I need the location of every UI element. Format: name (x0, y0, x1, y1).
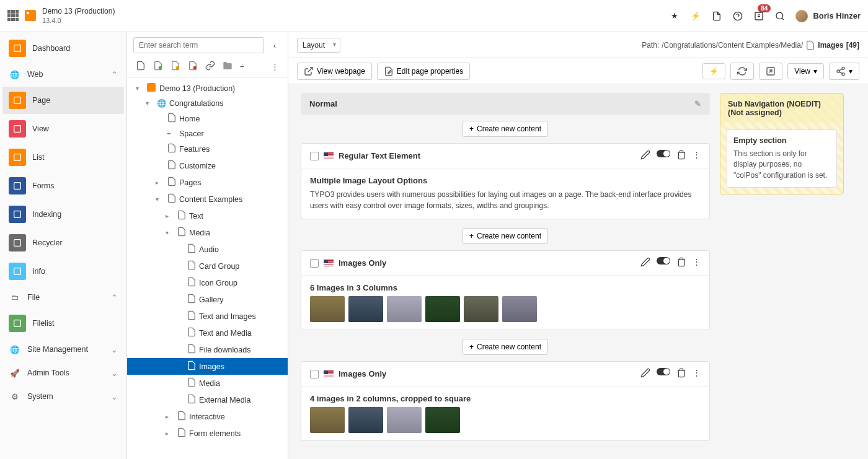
open-new-button[interactable] (759, 63, 782, 80)
section-icon: 🌐 (9, 343, 21, 356)
notifications-icon[interactable]: 84 (753, 11, 764, 22)
module-item-page[interactable]: Page (2, 87, 124, 114)
cache-flash-button[interactable]: ⚡ (702, 63, 725, 79)
tree-node-card-group[interactable]: Card Group (127, 258, 288, 274)
empty-section-card: Empty section This section is only for d… (727, 129, 837, 188)
tree-node-home[interactable]: Home (127, 110, 288, 127)
tree-node-spacer[interactable]: ÷Spacer (127, 127, 288, 141)
module-item-forms[interactable]: Forms (2, 172, 124, 199)
thumb[interactable] (387, 296, 422, 322)
flash-icon[interactable]: ⚡ (690, 11, 701, 22)
edit-icon[interactable] (640, 150, 650, 162)
tree-collapse-icon[interactable]: ‹ (268, 38, 281, 52)
tree-more-icon[interactable]: ⋮ (271, 62, 279, 71)
share-button[interactable]: ▾ (829, 63, 859, 80)
edit-page-properties-button[interactable]: Edit page properties (377, 63, 470, 80)
delete-icon[interactable] (676, 150, 686, 162)
module-item-web[interactable]: 🌐Web⌃ (2, 63, 124, 85)
tree-node-icon-group[interactable]: Icon Group (127, 274, 288, 291)
tree-node-customize[interactable]: Customize (127, 157, 288, 174)
help-icon[interactable] (732, 11, 743, 22)
thumb[interactable] (310, 407, 345, 433)
module-item-admin-tools[interactable]: 🚀Admin Tools⌄ (2, 362, 124, 384)
folder-icon[interactable] (223, 61, 232, 72)
search-icon[interactable] (774, 11, 786, 22)
divider-icon[interactable]: ÷ (240, 62, 244, 71)
tree-node-label: Icon Group (199, 279, 237, 287)
create-content-button[interactable]: + Create new content (463, 339, 548, 355)
module-item-info[interactable]: Info (2, 258, 124, 285)
tree-node-content-examples[interactable]: ▾Content Examples (127, 191, 288, 208)
edit-icon[interactable] (640, 257, 650, 269)
toggle-switch[interactable] (657, 150, 670, 162)
tree-node-media[interactable]: ▾Media (127, 224, 288, 241)
flag-us-icon (324, 370, 334, 377)
ctype-icon (310, 259, 319, 268)
toggle-switch[interactable] (657, 257, 670, 269)
thumb[interactable] (502, 296, 537, 322)
more-icon[interactable]: ⋮ (693, 150, 701, 162)
content-area: Layout Path: /Congratulations/Content Ex… (288, 32, 868, 459)
thumb[interactable] (464, 296, 498, 322)
thumb[interactable] (348, 407, 383, 433)
tree-node-external-media[interactable]: External Media (127, 391, 288, 408)
module-item-recycler[interactable]: Recycler (2, 229, 124, 256)
thumb[interactable] (387, 407, 422, 433)
module-item-list[interactable]: List (2, 144, 124, 171)
tree-node-text-and-images[interactable]: Text and Images (127, 308, 288, 325)
element-title: Images Only (339, 369, 386, 378)
svg-point-5 (776, 12, 783, 19)
bookmark-icon[interactable]: ★ (669, 11, 680, 22)
tree-node-interactive[interactable]: ▸Interactive (127, 408, 288, 425)
module-item-file[interactable]: 🗀File⌃ (2, 286, 124, 308)
delete-icon[interactable] (676, 257, 686, 269)
layout-select[interactable]: Layout (297, 38, 340, 53)
tree-node-text[interactable]: ▸Text (127, 208, 288, 224)
tree-node-congratulations[interactable]: ▾🌐Congratulations (127, 96, 288, 110)
view-webpage-button[interactable]: View webpage (297, 63, 372, 80)
tree-node-demo-13-production-[interactable]: ▾Demo 13 (Production) (127, 81, 288, 96)
tree-node-audio[interactable]: Audio (127, 241, 288, 258)
tree-node-pages[interactable]: ▸Pages (127, 174, 288, 191)
delete-icon[interactable] (676, 368, 686, 380)
tree-node-icon (187, 277, 195, 289)
svg-rect-14 (14, 268, 21, 275)
create-content-button[interactable]: + Create new content (463, 121, 548, 137)
element-title: Images Only (339, 258, 386, 268)
app-switcher-icon[interactable] (7, 10, 19, 21)
tree-search-input[interactable] (133, 37, 264, 53)
tree-node-images[interactable]: Images (127, 358, 288, 375)
tree-node-icon (167, 193, 175, 205)
document-icon[interactable] (711, 11, 722, 22)
view-dropdown-button[interactable]: View ▾ (787, 63, 824, 79)
thumb[interactable] (310, 296, 345, 322)
tree-node-text-and-media[interactable]: Text and Media (127, 325, 288, 341)
tree-node-media[interactable]: Media (127, 375, 288, 391)
new-page-del-icon[interactable] (188, 61, 198, 72)
module-item-filelist[interactable]: Filelist (2, 310, 124, 337)
tree-node-features[interactable]: Features (127, 141, 288, 157)
module-item-system[interactable]: ⚙System⌄ (2, 385, 124, 408)
module-item-view[interactable]: View (2, 115, 124, 142)
module-item-site-management[interactable]: 🌐Site Management⌄ (2, 338, 124, 361)
more-icon[interactable]: ⋮ (693, 368, 701, 380)
tree-node-file-downloads[interactable]: File downloads (127, 341, 288, 358)
new-page-icon[interactable] (136, 61, 146, 72)
thumb[interactable] (425, 407, 460, 433)
thumb[interactable] (348, 296, 383, 322)
edit-column-icon[interactable]: ✎ (694, 99, 701, 108)
new-page-plus-icon[interactable] (153, 61, 163, 72)
edit-icon[interactable] (640, 368, 650, 380)
module-item-indexing[interactable]: Indexing (2, 201, 124, 228)
tree-node-gallery[interactable]: Gallery (127, 291, 288, 308)
module-item-dashboard[interactable]: Dashboard (2, 35, 124, 62)
create-content-button[interactable]: + Create new content (463, 228, 548, 244)
link-icon[interactable] (205, 61, 215, 72)
tree-node-form-elements[interactable]: ▸Form elements (127, 425, 288, 442)
new-page-dup-icon[interactable] (170, 61, 180, 72)
more-icon[interactable]: ⋮ (693, 257, 701, 269)
thumb[interactable] (425, 296, 460, 322)
refresh-button[interactable] (730, 63, 754, 80)
user-menu[interactable]: Boris Hinzer (795, 10, 861, 22)
toggle-switch[interactable] (657, 368, 670, 380)
